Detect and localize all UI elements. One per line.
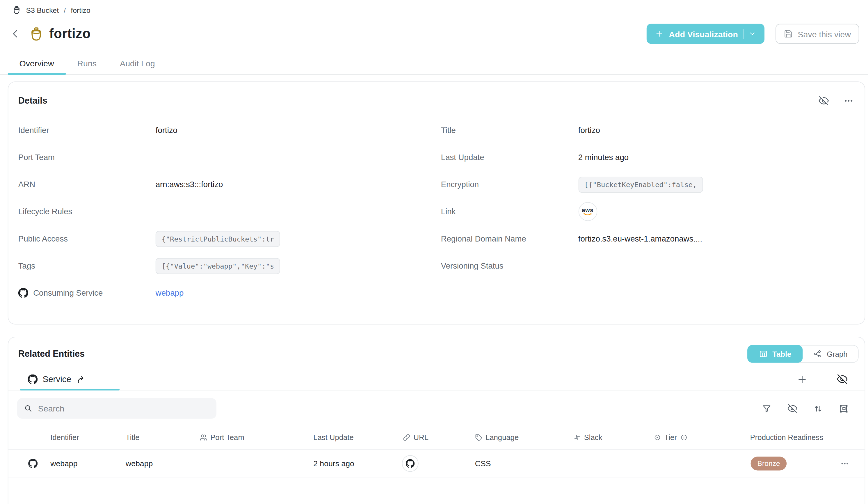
save-icon <box>784 29 793 38</box>
github-icon <box>28 459 38 468</box>
field-value: fortizo.s3.eu-west-1.amazonaws.... <box>578 234 702 243</box>
search-input[interactable] <box>38 404 210 413</box>
field-value: 2 minutes ago <box>578 153 629 162</box>
page-title: fortizo <box>49 26 91 41</box>
tab-service[interactable]: Service <box>28 374 85 384</box>
field-label: Port Team <box>18 153 156 162</box>
field-value: fortizo <box>578 126 600 134</box>
details-right-column: Title fortizo Last Update 2 minutes ago … <box>441 121 854 311</box>
chevron-down-icon[interactable] <box>748 30 756 38</box>
field-title: Title fortizo <box>441 121 854 140</box>
details-fields: Identifier fortizo Port Team ARN arn:aws… <box>18 121 854 311</box>
field-label: Last Update <box>441 153 578 162</box>
entity-header: fortizo Add Visualization Save this view <box>0 22 868 46</box>
field-value: arn:aws:s3:::fortizo <box>156 180 223 188</box>
tab-audit-log[interactable]: Audit Log <box>108 53 167 74</box>
json-value-pill[interactable]: [{"BucketKeyEnabled":false, <box>578 176 703 192</box>
table-view-button[interactable]: Table <box>747 345 803 363</box>
bronze-badge: Bronze <box>751 456 787 470</box>
plus-icon <box>655 29 664 38</box>
add-visualization-button[interactable]: Add Visualization <box>647 24 764 44</box>
col-title[interactable]: Title <box>126 433 140 441</box>
add-related-tab-icon[interactable] <box>797 374 808 385</box>
row-title-link[interactable]: webapp <box>126 459 153 467</box>
row-last-update: 2 hours ago <box>313 459 354 467</box>
col-identifier[interactable]: Identifier <box>50 433 79 441</box>
link-icon <box>403 434 410 441</box>
col-port-team[interactable]: Port Team <box>200 433 244 441</box>
field-lifecycle-rules: Lifecycle Rules <box>18 202 431 221</box>
field-versioning-status: Versioning Status <box>441 256 854 275</box>
github-link-icon[interactable] <box>402 455 418 471</box>
graph-icon <box>813 349 822 358</box>
details-heading: Details <box>18 96 48 106</box>
field-port-team: Port Team <box>18 148 431 167</box>
save-view-button[interactable]: Save this view <box>775 24 859 44</box>
table-view-label: Table <box>772 350 791 358</box>
field-label: Link <box>441 207 578 216</box>
entity-page: S3 Bucket / fortizo fortizo Add Visualiz… <box>0 0 868 504</box>
consuming-service-link[interactable]: webapp <box>156 288 184 297</box>
related-entities-card: Related Entities Table Graph <box>8 337 865 504</box>
row-production-readiness: Bronze <box>751 456 787 470</box>
hide-empty-icon[interactable] <box>837 373 848 385</box>
view-toggle: Table Graph <box>747 345 859 363</box>
filter-icon[interactable] <box>762 403 772 413</box>
table-row[interactable]: webapp webapp 2 hours ago CSS Bronze <box>8 450 865 477</box>
hide-empty-icon[interactable] <box>818 95 829 106</box>
field-last-update: Last Update 2 minutes ago <box>441 148 854 167</box>
graph-view-button[interactable]: Graph <box>803 345 858 363</box>
related-tabs-row: Service <box>8 368 865 391</box>
row-url-button[interactable] <box>402 455 418 471</box>
field-label: Encryption <box>441 180 578 188</box>
breadcrumb-entity[interactable]: fortizo <box>71 6 90 14</box>
github-icon <box>28 374 38 384</box>
slack-icon <box>574 434 581 441</box>
search-box <box>17 398 216 419</box>
active-tab-underline <box>20 389 120 391</box>
col-production-readiness[interactable]: Production Readiness <box>750 433 823 441</box>
col-language[interactable]: Language <box>475 433 519 441</box>
tab-overview[interactable]: Overview <box>8 53 66 74</box>
table-icon <box>759 349 768 358</box>
aws-smile-icon <box>583 213 592 216</box>
entity-tabs: Overview Runs Audit Log <box>0 53 868 75</box>
col-tier[interactable]: Tier <box>654 433 688 441</box>
field-encryption: Encryption [{"BucketKeyEnabled":false, <box>441 175 854 194</box>
back-button[interactable] <box>9 27 22 40</box>
field-label: Title <box>441 126 578 134</box>
hide-columns-icon[interactable] <box>787 403 798 413</box>
field-arn: ARN arn:aws:s3:::fortizo <box>18 175 431 194</box>
relation-arrow-icon <box>76 374 85 383</box>
github-icon <box>18 288 28 298</box>
graph-view-label: Graph <box>827 350 847 358</box>
field-regional-domain-name: Regional Domain Name fortizo.s3.eu-west-… <box>441 229 854 248</box>
breadcrumb-blueprint[interactable]: S3 Bucket <box>26 6 59 14</box>
col-url[interactable]: URL <box>403 433 428 441</box>
row-more-options-icon[interactable] <box>840 459 849 467</box>
col-slack[interactable]: Slack <box>574 433 602 441</box>
field-label: Tags <box>18 261 156 270</box>
col-last-update[interactable]: Last Update <box>313 433 354 441</box>
tab-runs[interactable]: Runs <box>66 53 108 74</box>
breadcrumb: S3 Bucket / fortizo <box>12 6 856 14</box>
json-value-pill[interactable]: {"RestrictPublicBuckets":tr <box>156 231 280 247</box>
header-actions: Add Visualization Save this view <box>647 24 859 44</box>
topbar: S3 Bucket / fortizo <box>0 0 868 14</box>
info-icon[interactable] <box>680 434 688 441</box>
field-identifier: Identifier fortizo <box>18 121 431 140</box>
aws-logo: aws <box>582 207 593 213</box>
details-card: Details Identifier fortizo Port Team ARN <box>8 82 865 325</box>
sort-icon[interactable] <box>813 403 823 413</box>
more-options-icon[interactable] <box>844 96 854 106</box>
bucket-icon <box>29 26 44 41</box>
row-language: CSS <box>475 459 491 467</box>
search-icon <box>24 404 33 413</box>
json-value-pill[interactable]: [{"Value":"webapp","Key":"s <box>156 258 280 274</box>
row-identifier-link[interactable]: webapp <box>50 459 78 467</box>
field-tags: Tags [{"Value":"webapp","Key":"s <box>18 256 431 275</box>
group-by-icon[interactable] <box>839 403 848 413</box>
add-visualization-label: Add Visualization <box>669 29 738 38</box>
aws-link-button[interactable]: aws <box>578 202 597 221</box>
field-label: Versioning Status <box>441 261 578 270</box>
